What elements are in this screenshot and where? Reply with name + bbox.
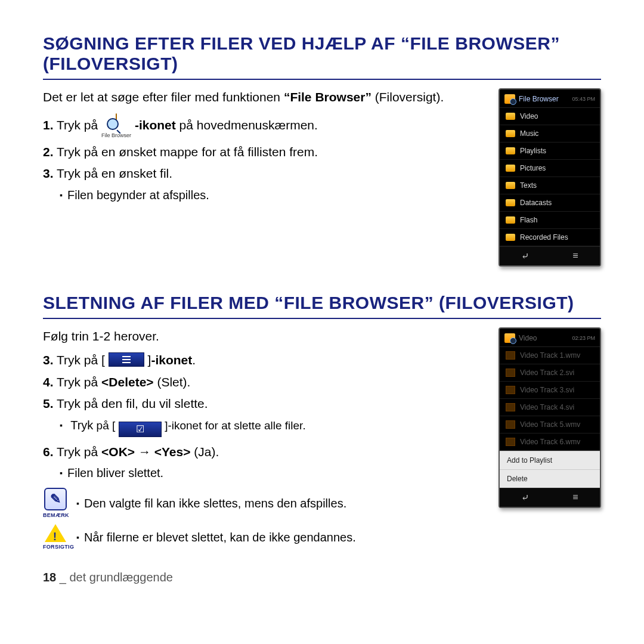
folder-icon — [506, 216, 515, 224]
step3-text: Tryk på en ønsket fil. — [54, 166, 173, 180]
intro-bold: “File Browser” — [284, 90, 371, 104]
s2-sub5-c: ]-ikonet for at slette alle filer. — [165, 419, 306, 432]
step1-c: -ikonet — [135, 119, 176, 132]
device-screenshot-2: Video 02:23 PM Video Track 1.wmv Video T… — [499, 327, 601, 508]
device1-folder: Playlists — [520, 147, 546, 155]
folder-icon — [506, 165, 515, 172]
footer-sep: _ — [56, 571, 69, 584]
device2-popup-menu: Add to Playlist Delete — [500, 451, 600, 488]
device1-folder: Texts — [520, 181, 537, 190]
select-all-icon: ☑ — [119, 422, 162, 437]
device1-title: File Browser — [519, 95, 559, 103]
back-icon: ⤶ — [521, 250, 529, 262]
s2-sub5-a: Tryk — [70, 419, 93, 432]
device2-title: Video — [519, 334, 537, 342]
step2-text: Tryk på en ønsket mappe for at få fillis… — [54, 145, 318, 159]
device2-file: Video Track 3.svi — [520, 386, 574, 394]
device2-menu-item: Delete — [500, 469, 600, 488]
step3-sub: Filen begynder at afspilles. — [60, 187, 482, 204]
device2-file: Video Track 6.wmv — [520, 438, 580, 446]
film-icon — [506, 369, 515, 377]
menu-icon: ≡ — [572, 250, 578, 262]
device2-time: 02:23 PM — [572, 335, 595, 341]
film-icon — [506, 438, 515, 446]
folder-icon — [506, 199, 515, 206]
step1-num: 1. — [43, 119, 54, 132]
step1-a: Tryk på — [54, 119, 102, 132]
device1-folder: Datacasts — [520, 199, 552, 207]
device2-file: Video Track 1.wmv — [520, 351, 580, 360]
page-footer: 18 _ det grundlæggende — [43, 569, 482, 586]
device2-app-icon — [504, 333, 515, 343]
step2-num: 2. — [43, 145, 54, 159]
s2-step4-c: <Delete> — [101, 375, 154, 389]
device1-folder: Music — [520, 129, 538, 138]
folder-icon — [506, 147, 515, 154]
note-badge: ✎ BEMÆRK — [43, 488, 68, 519]
s2-step6-b: Tryk på — [54, 445, 102, 459]
s2-step6-e: <Yes> — [154, 445, 191, 459]
s2-sub6: Filen bliver slettet. — [60, 465, 482, 482]
device-screenshot-1: File Browser 05:43 PM Video Music Playli… — [499, 88, 601, 267]
s2-step3-e: . — [192, 353, 196, 367]
s2-step5-b: Tryk på den fil, du vil slette. — [54, 397, 208, 410]
step3-num: 3. — [43, 166, 54, 180]
section2-rule — [43, 318, 601, 319]
device1-folder: Recorded Files — [520, 233, 568, 242]
device2-file: Video Track 5.wmv — [520, 420, 580, 429]
s2-step4-b: Tryk på — [54, 375, 102, 389]
film-icon — [506, 420, 515, 429]
folder-icon — [506, 130, 515, 137]
folder-icon — [506, 182, 515, 189]
s2-step3-num: 3. — [43, 353, 54, 367]
film-icon — [506, 386, 515, 394]
footer-section: det grundlæggende — [70, 571, 173, 584]
section1-rule — [43, 79, 601, 80]
caution-text: Når filerne er blevet slettet, kan de ik… — [76, 529, 356, 546]
hamburger-menu-icon — [109, 352, 144, 367]
s2-step4-num: 4. — [43, 375, 54, 389]
step1-d: på hovedmenuskærmen. — [176, 119, 318, 132]
folder-icon — [506, 113, 515, 120]
device2-menu-item: Add to Playlist — [500, 451, 600, 469]
s2-step6-d: → — [135, 445, 154, 459]
film-icon — [506, 351, 515, 360]
device2-file: Video Track 2.svi — [520, 369, 574, 377]
s2-step3-d: -ikonet — [151, 353, 192, 367]
section1-body: Det er let at søge efter filer med funkt… — [43, 88, 482, 210]
s2-step3-a: Tryk på [ — [54, 353, 109, 367]
device1-app-icon — [504, 94, 515, 104]
s2-step5-num: 5. — [43, 397, 54, 410]
device1-folder: Video — [520, 112, 538, 120]
section2-body: Følg trin 1-2 herover. 3. Tryk på [ ]-ik… — [43, 327, 482, 586]
device1-time: 05:43 PM — [572, 96, 595, 102]
device1-folder: Flash — [520, 216, 537, 224]
caution-badge: FORSIGTIG — [43, 524, 68, 551]
menu-icon: ≡ — [572, 492, 578, 503]
s2-step6-f: (Ja). — [190, 445, 219, 459]
intro-text: Det er let at søge efter filer med funkt… — [43, 90, 284, 104]
file-browser-icon-label: File Browser — [101, 132, 131, 140]
section2-intro: Følg trin 1-2 herover. — [43, 327, 482, 345]
device1-folder: Pictures — [520, 164, 546, 172]
note-text: Den valgte fil kan ikke slettes, mens de… — [76, 495, 346, 512]
folder-icon — [506, 234, 515, 241]
film-icon — [506, 403, 515, 411]
back-icon: ⤶ — [521, 492, 529, 503]
s2-step6-num: 6. — [43, 445, 54, 459]
section2-title: SLETNING AF FILER MED “FILE BROWSER” (FI… — [43, 293, 601, 313]
section1-title: SØGNING EFTER FILER VED HJÆLP AF “FILE B… — [43, 33, 601, 74]
page-number: 18 — [43, 571, 56, 584]
note-label: BEMÆRK — [43, 512, 68, 519]
device2-file: Video Track 4.svi — [520, 403, 574, 411]
s2-step4-d: (Slet). — [154, 375, 191, 389]
s2-sub5-b: på [ — [93, 419, 118, 432]
s2-step6-c: <OK> — [101, 445, 135, 459]
file-browser-icon: File Browser — [101, 112, 131, 139]
intro-tail: (Filoversigt). — [371, 90, 444, 104]
